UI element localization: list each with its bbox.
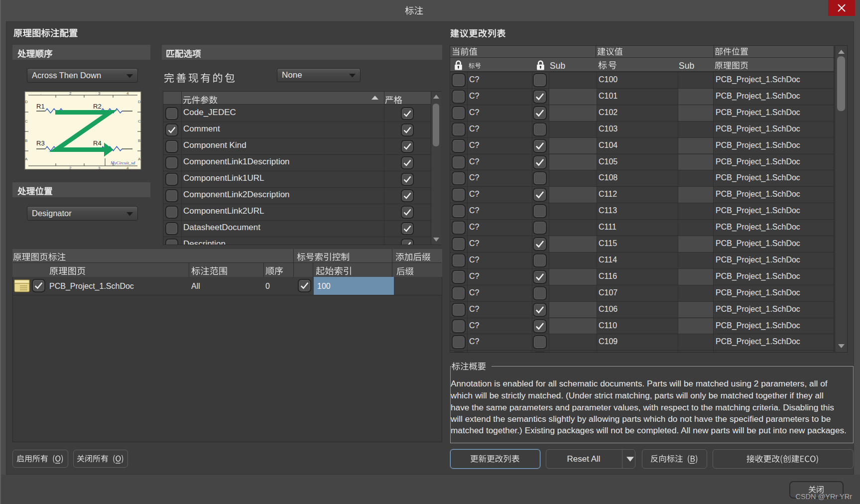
svg-text:B: B: [138, 138, 140, 143]
svg-text:R1: R1: [36, 103, 45, 110]
svg-text:R2: R2: [93, 103, 102, 110]
svg-text:4: 4: [126, 91, 129, 96]
svg-text:A: A: [138, 157, 141, 161]
svg-text:3: 3: [98, 166, 101, 170]
svg-text:R4: R4: [93, 139, 102, 147]
svg-text:C: C: [25, 119, 28, 124]
svg-text:A: A: [25, 157, 28, 161]
svg-text:.: .: [40, 91, 41, 96]
svg-text:3: 3: [98, 91, 101, 96]
svg-text:C: C: [138, 119, 141, 124]
svg-text:2: 2: [69, 166, 72, 170]
svg-text:R3: R3: [36, 139, 45, 147]
svg-text:4: 4: [126, 166, 129, 170]
svg-text:MyCircuit_sd: MyCircuit_sd: [110, 160, 135, 165]
svg-text:2: 2: [69, 91, 72, 96]
svg-text:D: D: [25, 100, 28, 104]
svg-text:D: D: [138, 100, 141, 104]
svg-text:B: B: [25, 138, 27, 143]
